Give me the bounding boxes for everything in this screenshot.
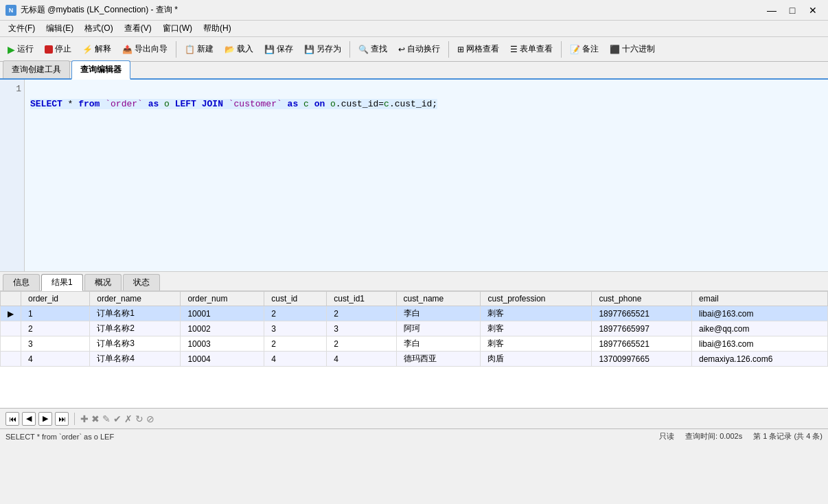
table-cell[interactable]: demaxiya.126.com6 [691,352,827,367]
result-tabs: 信息 结果1 概况 状态 [0,272,828,291]
table-cell[interactable]: 2 [264,336,327,352]
new-query-button[interactable]: 📋 新建 [180,41,218,58]
table-cell[interactable]: 3 [21,336,90,352]
table-cell[interactable]: 18977665521 [592,306,692,321]
close-button[interactable]: ✕ [803,3,823,17]
table-cell[interactable]: 10002 [181,321,264,336]
menu-item-F[interactable]: 文件(F) [3,21,41,36]
hex-button[interactable]: ⬛ 十六进制 [605,41,660,58]
table-row[interactable]: ▶1订单名称11000122李白刺客18977665521libai@163.c… [1,306,828,321]
table-cell[interactable]: libai@163.com [691,336,827,352]
tab-query-editor[interactable]: 查询编辑器 [71,60,130,80]
col-header-order-num[interactable]: order_num [181,292,264,306]
table-cell[interactable]: 李白 [396,306,481,321]
run-button[interactable]: ▶ 运行 [3,41,38,58]
table-row[interactable]: 3订单名称31000322李白刺客18977665521libai@163.co… [1,336,828,352]
find-button[interactable]: 🔍 查找 [354,41,392,58]
table-cell[interactable]: 订单名称3 [90,336,181,352]
col-header-order-name[interactable]: order_name [90,292,181,306]
menu-item-H[interactable]: 帮助(H) [198,21,237,36]
comment-button[interactable]: 📝 备注 [565,41,603,58]
save-button[interactable]: 💾 保存 [260,41,298,58]
comment-label: 备注 [582,43,599,55]
table-cell[interactable]: 4 [327,352,396,367]
tab-result1[interactable]: 结果1 [41,274,83,291]
table-cell[interactable]: 订单名称1 [90,306,181,321]
find-label: 查找 [371,43,387,55]
tab-status[interactable]: 状态 [123,274,160,290]
table-cell[interactable]: 李白 [396,336,481,352]
col-header-order-id[interactable]: order_id [21,292,90,306]
export-wizard-button[interactable]: 📤 导出向导 [117,41,172,58]
table-cell[interactable]: 刺客 [481,306,592,321]
tab-overview[interactable]: 概况 [84,274,122,290]
table-cell[interactable]: 13700997665 [592,352,692,367]
col-header-cust-profession[interactable]: cust_profession [481,292,592,306]
tab-query-builder[interactable]: 查询创建工具 [3,60,70,78]
nav-last-button[interactable]: ⏭ [55,412,69,426]
table-cell[interactable]: 3 [264,321,327,336]
line-numbers: 1 [0,80,25,271]
col-header-cust-phone[interactable]: cust_phone [592,292,692,306]
nav-refresh-icon[interactable]: ↻ [135,413,143,424]
table-cell[interactable]: 18977665997 [592,321,692,336]
nav-prev-button[interactable]: ◀ [22,412,36,426]
table-row[interactable]: 4订单名称41000444德玛西亚肉盾13700997665demaxiya.1… [1,352,828,367]
comment-icon: 📝 [570,45,580,54]
explain-button[interactable]: ⚡ 解释 [78,41,116,58]
table-cell[interactable]: 3 [327,321,396,336]
table-cell[interactable]: 18977665521 [592,336,692,352]
table-cell[interactable]: 2 [21,321,90,336]
menu-item-E[interactable]: 编辑(E) [41,21,79,36]
table-cell[interactable]: 订单名称2 [90,321,181,336]
col-header-indicator [1,292,21,306]
table-cell[interactable]: 阿珂 [396,321,481,336]
table-cell[interactable]: 肉盾 [481,352,592,367]
nav-delete-icon[interactable]: ✖ [91,413,100,424]
nav-x-icon[interactable]: ✗ [124,413,133,424]
auto-exec-button[interactable]: ↩ 自动换行 [393,41,445,58]
nav-check-icon[interactable]: ✔ [113,413,122,424]
stop-button[interactable]: 停止 [40,41,76,58]
form-view-button[interactable]: ☰ 表单查看 [505,41,557,58]
table-cell[interactable]: 德玛西亚 [396,352,481,367]
table-cell[interactable]: libai@163.com [691,306,827,321]
table-cell[interactable]: 订单名称4 [90,352,181,367]
table-cell[interactable]: 2 [264,306,327,321]
table-cell[interactable]: 10003 [181,336,264,352]
code-editor[interactable]: SELECT * from `order` as o LEFT JOIN `cu… [25,80,828,271]
table-cell[interactable]: 1 [21,306,90,321]
col-header-cust-name[interactable]: cust_name [396,292,481,306]
new-icon: 📋 [185,45,195,54]
menu-item-W[interactable]: 窗口(W) [157,21,198,36]
table-cell[interactable]: 10001 [181,306,264,321]
save-as-button[interactable]: 💾 另存为 [299,41,346,58]
nav-first-button[interactable]: ⏮ [5,412,19,426]
table-cell[interactable]: 刺客 [481,336,592,352]
table-cell[interactable]: 2 [327,306,396,321]
table-cell[interactable]: 4 [21,352,90,367]
table-cell[interactable]: aike@qq.com [691,321,827,336]
status-query-time: 查询时间: 0.002s [685,431,742,442]
new-label: 新建 [197,43,214,55]
load-label: 载入 [237,43,253,55]
maximize-button[interactable]: □ [783,3,802,17]
table-cell[interactable]: 2 [327,336,396,352]
menu-item-O[interactable]: 格式(O) [79,21,118,36]
col-header-cust-id1[interactable]: cust_id1 [327,292,396,306]
tab-info[interactable]: 信息 [3,274,40,290]
nav-edit-icon[interactable]: ✎ [102,413,111,424]
nav-next-button[interactable]: ▶ [38,412,52,426]
table-row[interactable]: 2订单名称21000233阿珂刺客18977665997aike@qq.com [1,321,828,336]
table-cell[interactable]: 10004 [181,352,264,367]
menu-item-V[interactable]: 查看(V) [119,21,157,36]
nav-add-icon[interactable]: ✚ [80,413,89,424]
grid-view-button[interactable]: ⊞ 网格查看 [452,41,504,58]
minimize-button[interactable]: — [762,3,781,17]
table-cell[interactable]: 刺客 [481,321,592,336]
load-button[interactable]: 📂 载入 [220,41,258,58]
table-cell[interactable]: 4 [264,352,327,367]
col-header-email[interactable]: email [691,292,827,306]
nav-clear-icon[interactable]: ⊘ [146,413,154,424]
col-header-cust-id[interactable]: cust_id [264,292,327,306]
